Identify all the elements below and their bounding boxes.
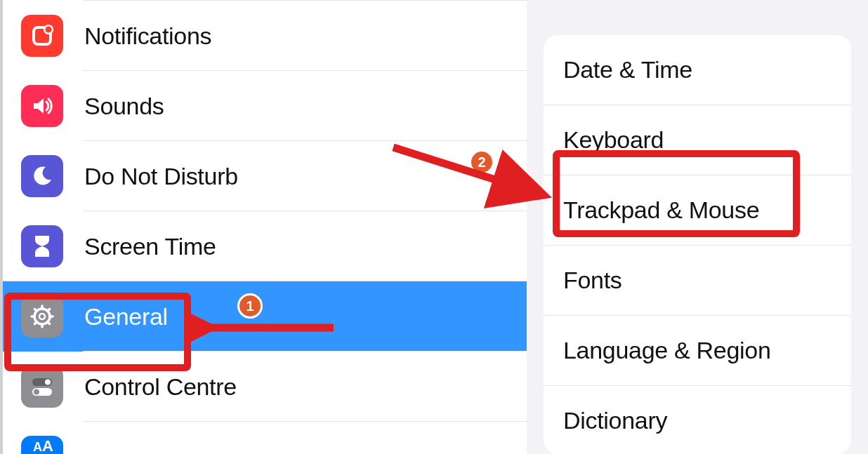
detail-item-label: Language & Region bbox=[563, 337, 771, 363]
sidebar-item-general[interactable]: General bbox=[3, 281, 527, 352]
sidebar-group-1: Notifications Sounds bbox=[3, 1, 527, 281]
gear-icon bbox=[21, 295, 63, 338]
sun-text-icon: A A bbox=[21, 436, 63, 454]
sidebar-item-label: General bbox=[84, 303, 168, 331]
detail-item-dictionary[interactable]: Dictionary bbox=[544, 386, 851, 454]
detail-panel: Date & Time Keyboard Trackpad & Mouse Fo… bbox=[527, 0, 868, 454]
sidebar-item-label: Sounds bbox=[84, 93, 164, 120]
sounds-icon bbox=[21, 85, 63, 127]
sidebar-item-display-brightness[interactable]: A A Display & Brightness bbox=[3, 422, 527, 454]
badge-text: 1 bbox=[246, 298, 254, 314]
sidebar-item-notifications[interactable]: Notifications bbox=[3, 1, 527, 71]
detail-item-trackpad-mouse[interactable]: Trackpad & Mouse bbox=[544, 175, 851, 246]
sidebar-item-do-not-disturb[interactable]: Do Not Disturb bbox=[3, 141, 527, 211]
detail-item-label: Dictionary bbox=[563, 407, 667, 434]
general-settings-list: Date & Time Keyboard Trackpad & Mouse Fo… bbox=[544, 35, 851, 454]
svg-line-11 bbox=[34, 322, 37, 324]
svg-point-2 bbox=[46, 27, 52, 33]
sidebar-item-control-centre[interactable]: Control Centre bbox=[3, 352, 527, 422]
detail-item-keyboard[interactable]: Keyboard bbox=[544, 105, 851, 175]
detail-item-fonts[interactable]: Fonts bbox=[544, 246, 851, 316]
sidebar-item-sounds[interactable]: Sounds bbox=[3, 71, 527, 141]
sidebar-group-2: General Control Centre bbox=[3, 281, 527, 454]
svg-line-9 bbox=[34, 309, 37, 311]
detail-item-date-time[interactable]: Date & Time bbox=[544, 35, 851, 105]
notifications-icon bbox=[21, 15, 63, 57]
detail-item-label: Fonts bbox=[563, 267, 622, 293]
settings-split-view: Notifications Sounds bbox=[0, 0, 868, 454]
sidebar-item-label: Do Not Disturb bbox=[84, 163, 238, 190]
annotation-badge-1: 1 bbox=[237, 293, 263, 319]
detail-item-label: Keyboard bbox=[563, 126, 664, 153]
detail-item-label: Trackpad & Mouse bbox=[563, 196, 759, 223]
sidebar-item-screen-time[interactable]: Screen Time bbox=[3, 211, 527, 281]
annotation-badge-2: 2 bbox=[469, 149, 494, 175]
detail-item-label: Date & Time bbox=[563, 56, 692, 83]
settings-sidebar: Notifications Sounds bbox=[0, 0, 527, 454]
svg-line-10 bbox=[48, 309, 50, 311]
svg-point-16 bbox=[34, 389, 39, 395]
svg-text:A: A bbox=[33, 440, 42, 454]
hourglass-icon bbox=[21, 225, 63, 267]
sidebar-item-label: Control Centre bbox=[84, 373, 237, 401]
svg-point-14 bbox=[45, 380, 51, 385]
badge-text: 2 bbox=[478, 154, 485, 171]
toggles-icon bbox=[21, 366, 63, 408]
svg-line-12 bbox=[48, 322, 50, 324]
detail-item-language-region[interactable]: Language & Region bbox=[544, 316, 851, 386]
svg-point-4 bbox=[39, 314, 45, 319]
svg-text:A: A bbox=[42, 440, 53, 454]
sidebar-item-label: Screen Time bbox=[84, 233, 216, 260]
sidebar-item-label: Notifications bbox=[84, 22, 211, 50]
moon-icon bbox=[21, 155, 63, 197]
